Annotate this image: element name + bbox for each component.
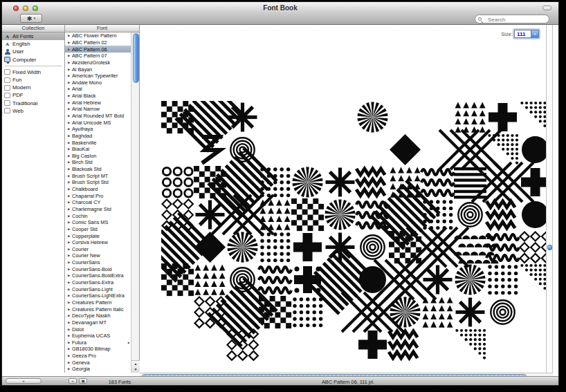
font-list-item[interactable]: ▶Didot — [65, 326, 139, 333]
font-list-item[interactable]: ▶Brush Script Std — [65, 179, 139, 186]
disclosure-triangle-icon[interactable]: ▶ — [68, 254, 70, 257]
disclosure-triangle-icon[interactable]: ▶ — [68, 281, 70, 284]
disclosure-triangle-icon[interactable]: ▶ — [68, 134, 70, 138]
sidebar-item-user[interactable]: User — [2, 48, 64, 55]
font-list-item[interactable]: ▶Devanagari MT — [65, 319, 139, 326]
font-list-item[interactable]: ▶Al Bayan — [65, 66, 139, 73]
font-list-item[interactable]: ▶Arial Rounded MT Bold — [65, 113, 139, 120]
disclosure-triangle-icon[interactable]: ▶ — [68, 174, 70, 178]
size-value[interactable]: 111 — [517, 31, 525, 37]
font-list-item[interactable]: ▶DecoType Naskh — [65, 312, 139, 319]
font-list-item[interactable]: ▶Big Caslon — [65, 153, 139, 160]
font-list-item[interactable]: ▶Geeza Pro — [65, 353, 139, 360]
toolbar-toggle-pill[interactable] — [542, 6, 551, 10]
disclosure-triangle-icon[interactable]: ▶ — [68, 268, 70, 271]
sidebar-item-fixed-width[interactable]: Fixed Width — [2, 68, 64, 76]
font-list-item[interactable]: ▶Blackoak Std — [65, 166, 139, 173]
disclosure-triangle-icon[interactable]: ▶ — [68, 241, 70, 244]
disclosure-triangle-icon[interactable]: ▶ — [68, 127, 70, 131]
font-list-item[interactable]: ▶Charcoal CY — [65, 199, 139, 206]
font-list-item[interactable]: ▶Courier — [65, 246, 139, 253]
font-list-item[interactable]: ▶Creatures Pattern — [65, 299, 139, 306]
sidebar-item-pdf[interactable]: PDF — [2, 91, 64, 99]
disclosure-triangle-icon[interactable]: ▶ — [68, 294, 70, 297]
font-list-item[interactable]: ▶Futura• — [65, 339, 139, 346]
font-list-item[interactable]: ▶CourierSans-Extra — [65, 279, 139, 286]
disclosure-triangle-icon[interactable]: ▶ — [68, 180, 70, 184]
disclosure-triangle-icon[interactable]: ▶ — [68, 54, 70, 57]
font-list-item[interactable]: ▶Chalkboard — [65, 186, 139, 193]
font-list-item[interactable]: ▶CourierSans-LightExtra — [65, 292, 139, 299]
disclosure-triangle-icon[interactable]: ▶ — [68, 274, 70, 277]
disclosure-triangle-icon[interactable]: ▶ — [68, 101, 70, 104]
disclosure-triangle-icon[interactable]: ▶ — [68, 147, 70, 151]
font-list-item[interactable]: ▶Georgia — [65, 366, 139, 373]
font-list-item[interactable]: ▶Arial — [65, 86, 139, 93]
font-list-item[interactable]: ▶Courier New — [65, 252, 139, 259]
font-list-item[interactable]: ▶Brush Script MT — [65, 172, 139, 179]
preview-vertical-thumb[interactable] — [547, 245, 552, 250]
disclosure-triangle-icon[interactable]: ▶ — [68, 261, 70, 264]
font-list-item[interactable]: ▶American Typewriter — [65, 73, 139, 80]
disclosure-triangle-icon[interactable]: ▶ — [68, 361, 70, 364]
font-list-item[interactable]: ▶ABC Pattern 07 — [65, 53, 139, 59]
action-menu-button[interactable]: ✱ ▾ — [20, 14, 42, 23]
add-collection-button[interactable]: + — [6, 378, 42, 384]
font-list-scrollbar-thumb[interactable] — [133, 33, 139, 83]
disclosure-triangle-icon[interactable]: ▶ — [68, 367, 70, 371]
size-stepper-button[interactable]: ▾ — [531, 30, 538, 37]
disclosure-triangle-icon[interactable]: ▶ — [68, 34, 70, 37]
disclosure-triangle-icon[interactable]: ▶ — [68, 187, 70, 191]
font-list-item[interactable]: ▶AkzidenzGrotesk — [65, 59, 139, 66]
font-list-item[interactable]: ▶CourierSans — [65, 259, 139, 266]
font-list-item[interactable]: ▶ABC Pattern 06 — [65, 46, 139, 53]
sidebar-item-traditional[interactable]: Traditional — [2, 100, 64, 107]
font-list-scrollbar[interactable]: ▲ ▼ — [131, 32, 139, 373]
font-list-item[interactable]: ▶Birch Std — [65, 159, 139, 166]
disclosure-triangle-icon[interactable]: ▶ — [68, 347, 70, 351]
font-list-item[interactable]: ▶Arial Hebrew — [65, 99, 139, 106]
font-list-item[interactable]: ▶Copperplate — [65, 232, 139, 239]
disclosure-triangle-icon[interactable]: ▶ — [68, 81, 70, 84]
font-list-item[interactable]: ▶Baskerville — [65, 139, 139, 146]
disclosure-triangle-icon[interactable]: ▶ — [68, 94, 70, 97]
disclosure-triangle-icon[interactable]: ▶ — [68, 328, 70, 331]
font-list-item[interactable]: ▶Cochin — [65, 212, 139, 219]
sidebar-item-english[interactable]: AEnglish — [2, 40, 64, 48]
disclosure-triangle-icon[interactable]: ▶ — [68, 68, 70, 71]
font-list-item[interactable]: ▶Baghdad — [65, 133, 139, 140]
preview-vertical-scrollbar[interactable] — [546, 25, 553, 373]
font-list-item[interactable]: ▶Cooper Std — [65, 226, 139, 233]
size-combobox[interactable]: 111 ▾ — [514, 30, 539, 38]
scroll-down-icon[interactable]: ▼ — [131, 366, 140, 372]
disclosure-triangle-icon[interactable]: ▶ — [68, 121, 70, 124]
sidebar-item-modern[interactable]: Modern — [2, 84, 64, 91]
disclosure-triangle-icon[interactable]: ▶ — [68, 227, 70, 231]
disclosure-triangle-icon[interactable]: ▶ — [68, 248, 70, 251]
font-list-item[interactable]: ▶ABC Flower Pattern — [65, 32, 139, 39]
disclosure-triangle-icon[interactable]: ▶ — [68, 234, 70, 238]
disclosure-triangle-icon[interactable]: ▶ — [68, 314, 70, 317]
font-list-item[interactable]: ▶Charlemagne Std — [65, 206, 139, 213]
disclosure-triangle-icon[interactable]: ▶ — [68, 308, 70, 311]
disclosure-triangle-icon[interactable]: ▶ — [68, 321, 70, 324]
disclosure-triangle-icon[interactable]: ▶ — [68, 160, 70, 164]
disclosure-triangle-icon[interactable]: ▶ — [68, 221, 70, 224]
disclosure-triangle-icon[interactable]: ▶ — [68, 334, 70, 337]
font-list-item[interactable]: ▶CourierSans-Bold — [65, 265, 139, 272]
disclosure-triangle-icon[interactable]: ▶ — [68, 194, 70, 198]
font-list-item[interactable]: ▶Arial Narrow — [65, 106, 139, 113]
font-list-item[interactable]: ▶Corsiva Hebrew — [65, 239, 139, 246]
sidebar-item-fun[interactable]: Fun — [2, 76, 64, 84]
disclosure-triangle-icon[interactable]: ▶ — [68, 87, 70, 91]
disclosure-triangle-icon[interactable]: ▶ — [68, 48, 70, 51]
disclosure-triangle-icon[interactable]: ▶ — [68, 354, 70, 357]
disclosure-triangle-icon[interactable]: ▶ — [68, 207, 70, 211]
add-font-button[interactable]: + — [69, 378, 77, 384]
font-list-item[interactable]: ▶CourierSans-BoldExtra — [65, 272, 139, 279]
font-list-item[interactable]: ▶Andale Mono — [65, 79, 139, 86]
font-list-scroll-arrows[interactable]: ▲ ▼ — [131, 360, 140, 373]
disclosure-triangle-icon[interactable]: ▶ — [68, 341, 70, 344]
disclosure-triangle-icon[interactable]: ▶ — [68, 41, 70, 44]
font-list-item[interactable]: ▶Arial Unicode MS — [65, 119, 139, 126]
